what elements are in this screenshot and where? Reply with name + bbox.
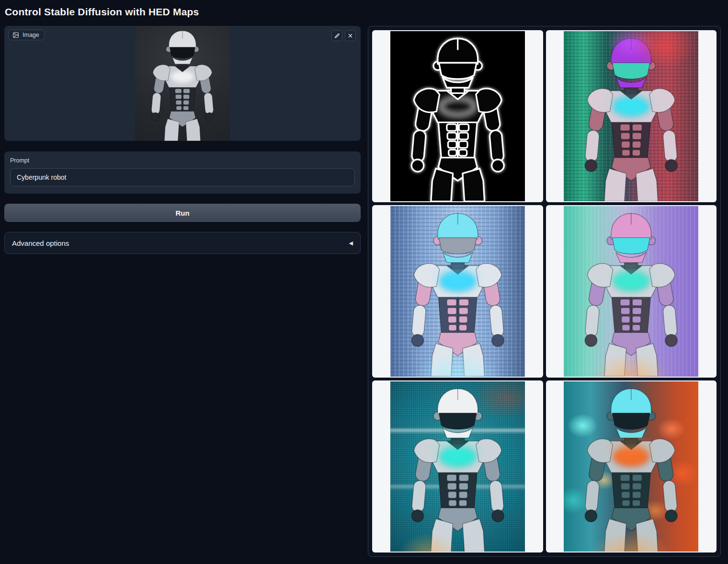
advanced-options-label: Advanced options bbox=[12, 239, 69, 247]
robot-edge-illustration bbox=[390, 31, 525, 201]
image-input-component[interactable]: Image bbox=[4, 26, 361, 141]
prompt-input[interactable] bbox=[10, 168, 355, 186]
gallery-item-generated-4[interactable] bbox=[372, 380, 543, 552]
edit-image-button[interactable] bbox=[331, 30, 342, 41]
generated-image-5 bbox=[564, 381, 698, 552]
image-icon bbox=[12, 32, 19, 38]
robot-illustration bbox=[390, 206, 525, 376]
image-toolbar bbox=[331, 30, 356, 41]
generated-image-3 bbox=[564, 206, 698, 376]
image-component-label: Image bbox=[8, 30, 45, 40]
gallery-item-generated-1[interactable] bbox=[546, 30, 717, 202]
gallery-item-generated-3[interactable] bbox=[546, 205, 717, 377]
prompt-label: Prompt bbox=[10, 157, 355, 164]
gallery-item-generated-2[interactable] bbox=[372, 205, 543, 377]
accordion-collapse-icon: ◀ bbox=[349, 240, 353, 246]
advanced-options-accordion[interactable]: Advanced options ◀ bbox=[4, 232, 361, 254]
results-gallery bbox=[368, 26, 721, 557]
gallery-item-hed-map[interactable] bbox=[372, 30, 543, 202]
robot-illustration bbox=[390, 381, 525, 552]
clear-image-button[interactable] bbox=[345, 30, 356, 41]
pencil-icon bbox=[334, 33, 340, 39]
controls-column: Image Prompt Run bbox=[4, 26, 361, 254]
generated-image-4 bbox=[390, 381, 525, 552]
robot-illustration bbox=[564, 31, 698, 201]
main-layout: Image Prompt Run bbox=[0, 26, 728, 557]
gallery-item-generated-5[interactable] bbox=[546, 380, 717, 552]
prompt-block: Prompt bbox=[4, 151, 361, 194]
run-button[interactable]: Run bbox=[4, 204, 361, 222]
robot-illustration bbox=[564, 381, 698, 552]
hed-edge-map-image bbox=[390, 31, 525, 201]
generated-image-1 bbox=[564, 31, 698, 201]
close-icon bbox=[348, 33, 353, 38]
uploaded-image-preview bbox=[135, 26, 230, 141]
generated-image-2 bbox=[390, 206, 525, 376]
robot-illustration bbox=[135, 26, 230, 141]
image-component-label-text: Image bbox=[23, 32, 39, 38]
robot-illustration bbox=[564, 206, 698, 376]
page-title: Control Stable Diffusion with HED Maps bbox=[0, 6, 728, 18]
